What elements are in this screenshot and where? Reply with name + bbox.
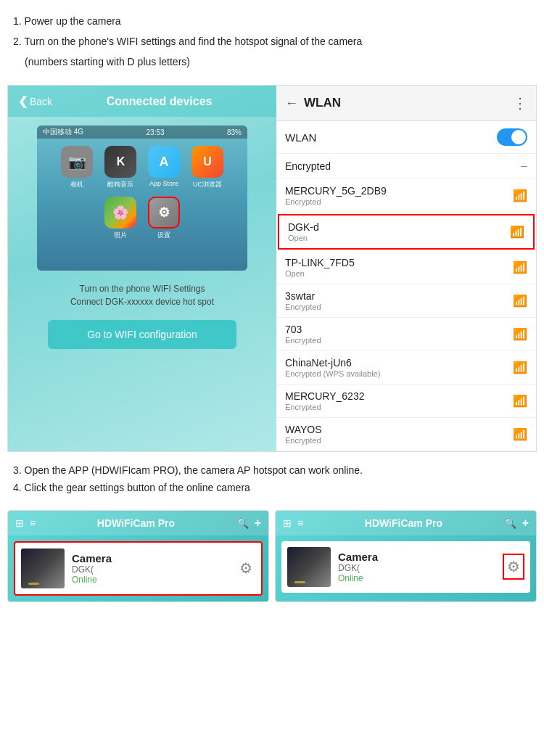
settings-label: 设置 xyxy=(157,231,170,240)
app-screenshot-left: ⊞ ≡ HDWiFiCam Pro 🔍 + Camera DGK( Online… xyxy=(7,510,269,602)
camera-app-icon: 📷 xyxy=(61,146,93,178)
wifi-name: WAYOS xyxy=(285,424,322,435)
wlan-title: WLAN xyxy=(304,96,513,110)
list-icon[interactable]: ≡ xyxy=(297,517,303,529)
app-screenshot-right: ⊞ ≡ HDWiFiCam Pro 🔍 + Camera DGK( Online… xyxy=(275,510,537,602)
wifi-name: Encrypted xyxy=(285,160,331,172)
main-panels: ❮ Back Connected devices 中国移动 4G 23:53 8… xyxy=(7,85,537,452)
camera-list-item-selected[interactable]: Camera DGK( Online ⚙ xyxy=(14,541,263,596)
camera-info: Camera DGK( Online xyxy=(72,552,229,585)
wifi-info: ChinaNet-jUn6 Encrypted (WPS available) xyxy=(285,357,380,378)
wifi-info: 703 Encrypted xyxy=(285,324,321,345)
wlan-header: ← WLAN ⋮ xyxy=(276,86,536,121)
wifi-item-chinanet[interactable]: ChinaNet-jUn6 Encrypted (WPS available) … xyxy=(276,351,536,385)
search-icon[interactable]: 🔍 xyxy=(504,517,516,529)
app-icon-uc: U UC浏览器 xyxy=(189,146,226,189)
camera-online-status: Online xyxy=(72,575,229,585)
list-icon[interactable]: ≡ xyxy=(30,517,36,529)
grid-icon[interactable]: ⊞ xyxy=(283,517,292,529)
wifi-signal-icon: 📶 xyxy=(513,361,527,374)
wlan-menu-icon[interactable]: ⋮ xyxy=(513,94,527,112)
step2b-text: (numbers starting with D plus letters) xyxy=(13,54,531,71)
wifi-network-list: Encrypted – MERCURY_5G_2DB9 Encrypted 📶 … xyxy=(276,154,536,451)
wlan-toggle-label: WLAN xyxy=(285,131,316,144)
bottom-instructions: 3. Open the APP (HDWIFIcam PRO), the cam… xyxy=(0,452,544,504)
top-instructions: 1. Power up the camera 2. Turn on the ph… xyxy=(0,0,544,79)
wifi-signal-icon: 📶 xyxy=(513,294,527,308)
wifi-item-mercury6232[interactable]: MERCURY_6232 Encrypted 📶 xyxy=(276,385,536,418)
camera-thumb-light xyxy=(28,583,39,585)
camera-thumb-light xyxy=(294,581,305,583)
app-top-bar-right: ⊞ ≡ HDWiFiCam Pro 🔍 + xyxy=(276,511,536,535)
wifi-status: Encrypted xyxy=(285,403,364,411)
gear-icon-right-selected[interactable]: ⚙ xyxy=(503,554,524,580)
add-icon[interactable]: + xyxy=(255,517,261,530)
appstore-label: App Store xyxy=(149,180,178,187)
back-label: Back xyxy=(30,96,52,107)
time-text: 23:53 xyxy=(147,128,165,136)
grid-icon[interactable]: ⊞ xyxy=(15,517,24,529)
wifi-status: Encrypted xyxy=(285,197,387,206)
back-arrow-icon: ❮ xyxy=(18,94,28,108)
step3-text: 3. Open the APP (HDWIFIcam PRO), the cam… xyxy=(13,462,531,480)
wifi-info: DGK-d Open xyxy=(288,221,319,242)
wifi-name: MERCURY_5G_2DB9 xyxy=(285,185,387,197)
step1-text: 1. Power up the camera xyxy=(13,13,531,30)
wifi-signal-icon: 📶 xyxy=(513,394,527,408)
back-button[interactable]: ❮ Back xyxy=(18,94,52,108)
caption-line2: Connect DGK-xxxxxx device hot spot xyxy=(70,295,214,308)
camera-info: Camera DGK( Online xyxy=(338,551,495,583)
wifi-status: Encrypted xyxy=(285,303,321,311)
step2-text: 2. Turn on the phone's WIFI settings and… xyxy=(13,33,531,51)
wlan-back-icon[interactable]: ← xyxy=(285,96,298,111)
app-icon-settings: ⚙ 设置 xyxy=(145,197,183,240)
appstore-icon: A xyxy=(148,146,180,178)
settings-app-icon: ⚙ xyxy=(148,197,180,229)
wifi-item-tplink[interactable]: TP-LINK_7FD5 Open 📶 xyxy=(276,251,536,284)
add-icon[interactable]: + xyxy=(522,517,529,530)
camera-id: DGK( xyxy=(72,564,229,575)
gear-icon-left[interactable]: ⚙ xyxy=(236,556,255,580)
uc-browser-icon: U xyxy=(191,146,223,178)
music-app-icon: K xyxy=(104,146,136,178)
camera-list-item-right[interactable]: Camera DGK( Online ⚙ xyxy=(281,541,530,593)
wifi-item-wayos[interactable]: WAYOS Encrypted 📶 xyxy=(276,418,536,451)
wifi-item-encrypted-top[interactable]: Encrypted – xyxy=(276,154,536,179)
wlan-toggle-row: WLAN xyxy=(276,121,536,154)
app-screenshots-row: ⊞ ≡ HDWiFiCam Pro 🔍 + Camera DGK( Online… xyxy=(7,510,537,602)
search-icon[interactable]: 🔍 xyxy=(236,517,249,529)
wifi-name: MERCURY_6232 xyxy=(285,390,364,402)
camera-id: DGK( xyxy=(338,563,495,573)
wifi-info: MERCURY_5G_2DB9 Encrypted xyxy=(285,185,387,206)
battery-text: 83% xyxy=(227,128,242,136)
wifi-config-button[interactable]: Go to WIFI configuration xyxy=(48,320,236,349)
camera-name: Camera xyxy=(338,551,495,563)
wifi-info: MERCURY_6232 Encrypted xyxy=(285,390,364,411)
camera-name: Camera xyxy=(72,552,229,564)
wifi-item-mercury5g[interactable]: MERCURY_5G_2DB9 Encrypted 📶 xyxy=(276,179,536,213)
caption-text: Turn on the phone WIFI Settings Connect … xyxy=(70,282,214,308)
phone-mockup: 中国移动 4G 23:53 83% 📷 相机 K 酷狗音乐 A App Stor… xyxy=(37,126,247,271)
connected-devices-title: Connected devices xyxy=(52,95,266,108)
wifi-item-3swtar[interactable]: 3swtar Encrypted 📶 xyxy=(276,284,536,318)
wifi-signal-icon: 📶 xyxy=(510,225,524,239)
camera-thumbnail xyxy=(287,547,331,587)
caption-line1: Turn on the phone WIFI Settings xyxy=(70,282,214,295)
gear-icon: ⚙ xyxy=(239,560,252,576)
wifi-name: ChinaNet-jUn6 xyxy=(285,357,380,369)
app-icon-music: K 酷狗音乐 xyxy=(102,146,139,189)
wifi-signal-icon: 📶 xyxy=(513,189,527,202)
step4-text: 4. Click the gear settings button of the… xyxy=(13,480,531,497)
app-grid-row1: 📷 相机 K 酷狗音乐 A App Store U UC浏览器 xyxy=(37,139,247,197)
wlan-toggle[interactable] xyxy=(497,128,527,146)
camera-online-status: Online xyxy=(338,573,495,583)
app-title-left: HDWiFiCam Pro xyxy=(41,517,230,529)
photos-label: 照片 xyxy=(114,231,127,240)
wifi-name: 3swtar xyxy=(285,290,321,302)
wifi-info: WAYOS Encrypted xyxy=(285,424,322,445)
wlan-panel: ← WLAN ⋮ WLAN Encrypted – MERCURY_5G_2DB… xyxy=(276,86,536,451)
wifi-item-703[interactable]: 703 Encrypted 📶 xyxy=(276,318,536,351)
wifi-info: Encrypted xyxy=(285,160,331,172)
wifi-item-dgk[interactable]: DGK-d Open 📶 xyxy=(278,214,535,250)
wifi-signal-icon: 📶 xyxy=(513,260,527,274)
